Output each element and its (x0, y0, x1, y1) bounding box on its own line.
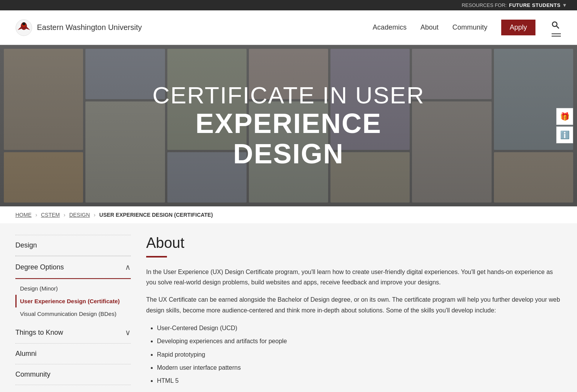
nav-apply[interactable]: Apply (501, 20, 535, 35)
sidebar-degree-sub-menu: Design (Minor) User Experience Design (C… (15, 278, 131, 322)
hero-title: CERTIFICATE IN USER EXPERIENCE DESIGN (144, 82, 433, 169)
svg-line-7 (557, 26, 559, 28)
sidebar: Design Degree Options Design (Minor) Use… (15, 235, 131, 392)
audience-label: FUTURE STUDENTS (509, 2, 560, 8)
chevron-down-icon (125, 328, 131, 337)
chevron-up-icon (125, 262, 131, 272)
sidebar-sub-ux-certificate[interactable]: User Experience Design (Certificate) (15, 295, 131, 307)
search-icon (551, 20, 560, 30)
svg-point-6 (552, 22, 557, 27)
sidebar-degree-options-label: Degree Options (15, 263, 64, 271)
breadcrumb-sep-1: › (35, 212, 37, 218)
ewu-logo-icon (15, 19, 32, 36)
sidebar-sub-design-minor[interactable]: Design (Minor) (15, 282, 131, 295)
nav-about[interactable]: About (420, 23, 439, 32)
breadcrumb-sep-2: › (63, 212, 65, 218)
list-item: Modern user interface patterns (157, 362, 562, 374)
page-body: Design Degree Options Design (Minor) Use… (0, 223, 577, 392)
audience-dropdown-arrow[interactable]: ▼ (562, 2, 567, 8)
sidebar-item-degree-options[interactable]: Degree Options (15, 256, 131, 278)
hero-title-bold: EXPERIENCE DESIGN (144, 108, 433, 169)
nav-community[interactable]: Community (452, 23, 487, 32)
sidebar-design-label: Design (15, 241, 37, 249)
sidebar-item-alumni[interactable]: Alumni (15, 344, 131, 364)
breadcrumb: HOME › CSTEM › DESIGN › USER EXPERIENCE … (0, 206, 577, 223)
breadcrumb-cstem[interactable]: CSTEM (41, 212, 60, 218)
about-heading: About (146, 235, 562, 251)
search-button[interactable] (549, 19, 562, 31)
logo-area[interactable]: Eastern Washington University (15, 19, 142, 36)
info-widget-button[interactable]: ℹ️ (556, 126, 573, 143)
hero-section: CERTIFICATE IN USER EXPERIENCE DESIGN 🎁 … (0, 45, 577, 206)
side-widgets: 🎁 ℹ️ (556, 108, 573, 143)
skills-list: User-Centered Design (UCD) Developing ex… (157, 322, 562, 387)
main-content: About In the User Experience (UX) Design… (146, 235, 562, 392)
svg-point-5 (22, 22, 25, 25)
hero-title-light: CERTIFICATE IN USER (144, 82, 433, 108)
sidebar-degree-options-section: Degree Options Design (Minor) User Exper… (15, 256, 131, 322)
list-item: User-Centered Design (UCD) (157, 322, 562, 334)
header: Eastern Washington University Academics … (0, 10, 577, 45)
sidebar-item-design[interactable]: Design (15, 235, 131, 256)
sidebar-item-things-to-know[interactable]: Things to Know (15, 322, 131, 344)
about-paragraph-2: The UX Certificate can be earned alongsi… (146, 294, 562, 315)
list-item: HTML 5 (157, 375, 562, 387)
gift-widget-button[interactable]: 🎁 (556, 108, 573, 125)
sidebar-things-to-know-label: Things to Know (15, 329, 63, 337)
main-nav: Academics About Community Apply (373, 19, 562, 37)
sidebar-item-community[interactable]: Community (15, 364, 131, 385)
nav-academics[interactable]: Academics (373, 23, 407, 32)
sidebar-community-label: Community (15, 370, 50, 379)
sidebar-alumni-label: Alumni (15, 350, 37, 358)
breadcrumb-design[interactable]: DESIGN (69, 212, 90, 218)
sidebar-sub-visual-comm[interactable]: Visual Communication Design (BDes) (15, 307, 131, 320)
list-item: Developing experiences and artifacts for… (157, 336, 562, 347)
breadcrumb-sep-3: › (93, 212, 95, 218)
about-paragraph-1: In the User Experience (UX) Design Certi… (146, 267, 562, 287)
breadcrumb-home[interactable]: HOME (15, 212, 32, 218)
hamburger-menu[interactable] (552, 33, 561, 37)
resources-label: RESOURCES FOR: (462, 2, 507, 8)
top-bar: RESOURCES FOR: FUTURE STUDENTS ▼ (0, 0, 577, 10)
logo-text: Eastern Washington University (37, 23, 142, 32)
about-underline (146, 256, 167, 257)
breadcrumb-current: USER EXPERIENCE DESIGN (CERTIFICATE) (99, 212, 213, 218)
search-and-menu (549, 19, 562, 37)
list-item: Rapid prototyping (157, 349, 562, 360)
